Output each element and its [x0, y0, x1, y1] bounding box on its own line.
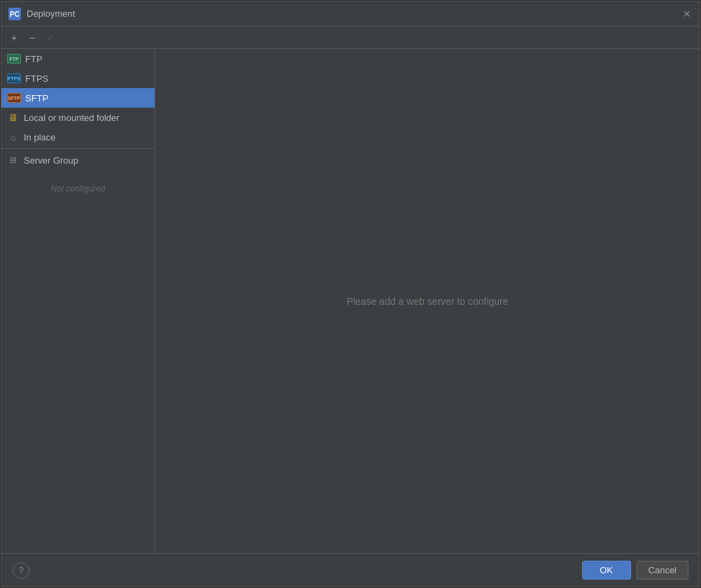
main-content: Please add a web server to configure [155, 49, 700, 553]
home-icon: ⌂ [7, 131, 20, 143]
close-button[interactable]: ✕ [681, 8, 693, 20]
folder-icon: 🖥 [7, 112, 20, 123]
toolbar: + − ✓ [1, 27, 700, 49]
sidebar-separator [1, 148, 155, 149]
sidebar-item-sftp-label: SFTP [25, 93, 48, 103]
not-configured-text: Not configured [50, 184, 105, 194]
content-area: FTP FTP FTPS FTPS SFTP SFTP 🖥 Local or m… [1, 49, 700, 553]
sidebar-item-local-folder[interactable]: 🖥 Local or mounted folder [1, 108, 155, 127]
sidebar-item-in-place[interactable]: ⌂ In place [1, 127, 155, 147]
sidebar-item-ftp[interactable]: FTP FTP [1, 49, 155, 69]
sidebar-item-local-folder-label: Local or mounted folder [24, 113, 120, 123]
main-placeholder: Please add a web server to configure [346, 296, 508, 307]
sidebar-item-ftp-label: FTP [25, 54, 43, 64]
not-configured-area: Not configured [1, 170, 155, 553]
deployment-dialog: PC Deployment ✕ + − ✓ FTP FTP FTPS FTPS [1, 1, 700, 587]
ftps-icon: FTPS [7, 73, 21, 83]
grid-icon: ⊞ [7, 155, 20, 166]
svg-text:PC: PC [10, 10, 20, 18]
bottom-buttons: OK Cancel [582, 561, 688, 580]
ok-button[interactable]: OK [582, 561, 631, 580]
confirm-button[interactable]: ✓ [42, 29, 59, 46]
title-bar-left: PC Deployment [8, 8, 75, 20]
sidebar: FTP FTP FTPS FTPS SFTP SFTP 🖥 Local or m… [1, 49, 155, 553]
title-bar: PC Deployment ✕ [1, 1, 700, 27]
bottom-bar: ? OK Cancel [1, 553, 700, 587]
dialog-title: Deployment [27, 8, 75, 19]
app-icon: PC [8, 8, 21, 20]
remove-button[interactable]: − [24, 29, 41, 46]
sidebar-item-in-place-label: In place [24, 132, 56, 143]
help-button[interactable]: ? [13, 562, 29, 579]
sidebar-item-sftp[interactable]: SFTP SFTP [1, 88, 155, 108]
sidebar-item-ftps[interactable]: FTPS FTPS [1, 69, 155, 88]
sidebar-item-ftps-label: FTPS [25, 73, 48, 84]
sidebar-item-server-group[interactable]: ⊞ Server Group [1, 150, 155, 170]
sftp-icon: SFTP [7, 93, 21, 103]
ftp-icon: FTP [7, 54, 21, 64]
add-button[interactable]: + [6, 29, 22, 46]
sidebar-item-server-group-label: Server Group [24, 155, 78, 166]
cancel-button[interactable]: Cancel [637, 561, 688, 580]
